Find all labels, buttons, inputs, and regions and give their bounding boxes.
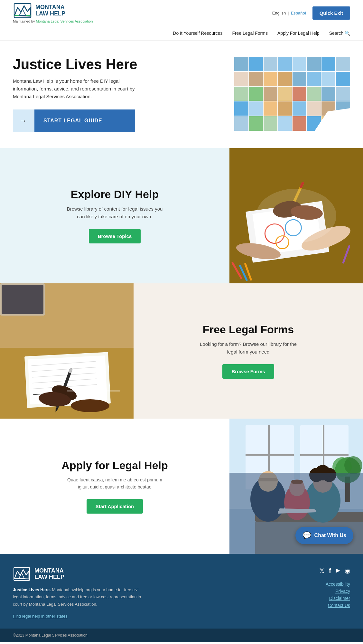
svg-rect-27 bbox=[234, 101, 249, 116]
svg-rect-38 bbox=[278, 116, 292, 131]
svg-rect-23 bbox=[292, 86, 307, 101]
logo-line1: MONTANA bbox=[35, 4, 65, 11]
svg-rect-9 bbox=[321, 57, 336, 71]
browse-topics-button[interactable]: Browse Topics bbox=[89, 229, 141, 243]
nav-free-forms[interactable]: Free Legal Forms bbox=[232, 31, 267, 36]
svg-rect-13 bbox=[263, 71, 278, 86]
svg-rect-7 bbox=[292, 57, 307, 71]
svg-rect-39 bbox=[292, 116, 307, 131]
svg-rect-35 bbox=[234, 116, 249, 131]
explore-diy-content: Explore DIY Help Browse library of conte… bbox=[0, 148, 229, 283]
svg-rect-10 bbox=[336, 57, 350, 71]
svg-rect-22 bbox=[278, 86, 292, 101]
diy-photo-svg bbox=[229, 148, 363, 283]
hero-right bbox=[234, 57, 350, 131]
montana-map-svg bbox=[234, 57, 350, 131]
quick-exit-button[interactable]: Quick Exit bbox=[312, 6, 350, 20]
hero-left: Justice Lives Here Montana Law Help is y… bbox=[13, 57, 221, 132]
svg-rect-99 bbox=[345, 477, 350, 502]
chat-icon: 💬 bbox=[302, 531, 311, 540]
logo-text: MONTANA LAW HELP bbox=[35, 4, 65, 17]
svg-point-111 bbox=[284, 485, 310, 520]
montana-mosaic bbox=[234, 57, 350, 131]
svg-point-58 bbox=[284, 219, 302, 237]
nav-apply-help[interactable]: Apply For Legal Help bbox=[277, 31, 320, 36]
hero-section: Justice Lives Here Montana Law Help is y… bbox=[0, 41, 363, 148]
logo-row: MONTANA LAW HELP bbox=[13, 3, 93, 19]
free-forms-content: Free Legal Forms Looking for a form? Bro… bbox=[134, 283, 363, 419]
apply-help-title: Apply for Legal Help bbox=[61, 459, 168, 472]
svg-point-62 bbox=[272, 199, 303, 220]
svg-rect-3 bbox=[234, 57, 249, 71]
svg-rect-105 bbox=[258, 478, 278, 481]
privacy-link[interactable]: Privacy bbox=[335, 589, 350, 594]
instagram-icon[interactable]: ◉ bbox=[345, 567, 350, 575]
footer-logo-line2: LAW HELP bbox=[34, 574, 64, 581]
svg-rect-17 bbox=[321, 71, 336, 86]
header: MONTANA LAW HELP Maintained by Montana L… bbox=[0, 0, 363, 41]
svg-rect-5 bbox=[263, 57, 278, 71]
disclaimer-link[interactable]: Disclaimer bbox=[329, 596, 350, 601]
svg-point-106 bbox=[305, 479, 340, 523]
svg-rect-113 bbox=[291, 480, 303, 484]
logo-line2: LAW HELP bbox=[35, 11, 65, 17]
browse-forms-button[interactable]: Browse Forms bbox=[222, 364, 274, 379]
youtube-icon[interactable]: ▶ bbox=[336, 567, 340, 575]
svg-rect-18 bbox=[336, 71, 350, 86]
svg-rect-25 bbox=[321, 86, 336, 101]
apply-help-image: 💬 Chat With Us bbox=[229, 419, 363, 554]
nav-search[interactable]: Search 🔍 bbox=[329, 31, 350, 36]
chat-label: Chat With Us bbox=[314, 533, 346, 538]
svg-point-107 bbox=[313, 472, 332, 493]
accessibility-link[interactable]: Accessibility bbox=[326, 582, 350, 587]
lang-espanol[interactable]: Español bbox=[291, 11, 306, 15]
nav-diy-resources[interactable]: Do It Yourself Resources bbox=[173, 31, 222, 36]
svg-marker-0 bbox=[14, 6, 31, 16]
logo-area: MONTANA LAW HELP Maintained by Montana L… bbox=[13, 3, 93, 23]
footer-logo-row: MONTANA LAW HELP bbox=[13, 567, 254, 581]
copyright-text: ©2023 Montana Legal Services Association bbox=[13, 633, 88, 638]
svg-point-103 bbox=[250, 477, 286, 522]
apply-help-description: Quae fuerit causa, nollem me ab eo est p… bbox=[63, 476, 166, 491]
footer-logo-text: MONTANA LAW HELP bbox=[34, 568, 64, 581]
svg-rect-15 bbox=[292, 71, 307, 86]
svg-rect-29 bbox=[263, 101, 278, 116]
twitter-icon[interactable]: 𝕏 bbox=[319, 567, 324, 575]
arrow-icon: → bbox=[13, 109, 34, 132]
svg-rect-21 bbox=[263, 86, 278, 101]
footer-tagline: Justice Lives Here. bbox=[13, 587, 51, 592]
svg-rect-94 bbox=[323, 425, 324, 489]
svg-rect-16 bbox=[307, 71, 321, 86]
svg-rect-97 bbox=[255, 512, 363, 522]
svg-rect-33 bbox=[321, 101, 336, 116]
find-legal-help-link[interactable]: Find legal help in other states bbox=[13, 614, 68, 619]
facebook-icon[interactable]: f bbox=[329, 567, 331, 575]
chat-bubble[interactable]: 💬 Chat With Us bbox=[295, 527, 353, 544]
footer-left: MONTANA LAW HELP Justice Lives Here. Mon… bbox=[13, 567, 254, 619]
footer-bottom: ©2023 Montana Legal Services Association bbox=[0, 629, 363, 642]
svg-rect-96 bbox=[300, 454, 349, 456]
signing-photo bbox=[0, 283, 134, 419]
free-forms-description: Looking for a form? Browse our library f… bbox=[197, 340, 300, 356]
start-application-button[interactable]: Start Application bbox=[87, 499, 143, 514]
free-forms-section: Free Legal Forms Looking for a form? Bro… bbox=[0, 283, 363, 419]
lang-divider: | bbox=[288, 11, 289, 15]
svg-point-86 bbox=[71, 399, 109, 412]
explore-diy-description: Browse library of content for legal issu… bbox=[63, 205, 166, 221]
logo-icon bbox=[13, 3, 32, 19]
hero-description: Montana Law Help is your home for free D… bbox=[13, 77, 135, 100]
contact-us-link[interactable]: Contact Us bbox=[328, 603, 350, 608]
svg-point-104 bbox=[258, 471, 278, 492]
search-label: Search bbox=[329, 31, 343, 36]
svg-rect-93 bbox=[268, 425, 270, 489]
svg-point-110 bbox=[315, 465, 330, 480]
maintained-by-text: Maintained by Montana Legal Services Ass… bbox=[13, 19, 93, 23]
svg-rect-34 bbox=[336, 101, 350, 116]
svg-point-102 bbox=[344, 456, 362, 474]
footer-logo-icon bbox=[13, 567, 31, 581]
lang-english[interactable]: English bbox=[272, 11, 286, 15]
start-legal-guide-button[interactable]: → START LEGAL GUIDE bbox=[13, 109, 135, 132]
svg-rect-14 bbox=[278, 71, 292, 86]
maintained-link[interactable]: Montana Legal Services Association bbox=[36, 19, 93, 23]
svg-marker-116 bbox=[14, 570, 29, 579]
